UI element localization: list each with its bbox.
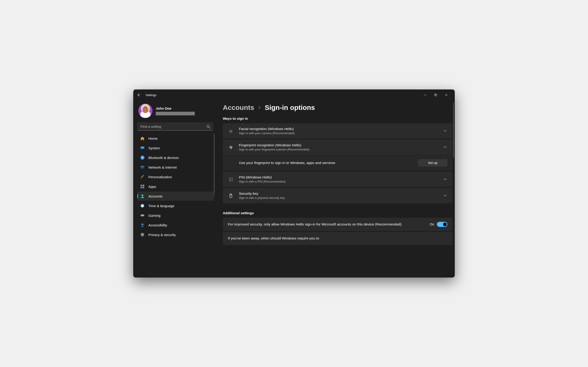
- close-button[interactable]: [441, 91, 451, 99]
- svg-point-23: [229, 179, 230, 179]
- avatar: [138, 104, 153, 118]
- signin-option-facial[interactable]: Facial recognition (Windows Hello) Sign …: [223, 123, 452, 139]
- nav-network[interactable]: Network & internet: [137, 163, 214, 172]
- search-box[interactable]: [137, 123, 213, 131]
- svg-point-6: [142, 168, 143, 169]
- nav-label: Accessibility: [148, 223, 167, 227]
- svg-point-22: [232, 177, 233, 178]
- svg-point-24: [231, 179, 231, 179]
- svg-point-11: [141, 194, 143, 196]
- chevron-down-icon: [443, 129, 447, 133]
- shield-icon: [140, 232, 145, 237]
- nav-label: Network & internet: [148, 165, 177, 169]
- user-profile[interactable]: John Doe: [137, 100, 214, 122]
- chevron-down-icon: [443, 177, 447, 181]
- bluetooth-icon: [140, 155, 145, 160]
- pin-keypad-icon: [228, 177, 234, 182]
- svg-rect-14: [141, 215, 144, 216]
- titlebar: Settings: [133, 90, 455, 100]
- svg-rect-10: [143, 187, 144, 188]
- svg-rect-9: [141, 187, 142, 188]
- main-content: Accounts Sign-in options Ways to sign in…: [216, 100, 455, 277]
- nav-personalization[interactable]: Personalization: [137, 172, 214, 181]
- home-icon: [140, 136, 145, 141]
- breadcrumb-parent[interactable]: Accounts: [223, 104, 254, 111]
- setting-away-require-signin: If you've been away, when should Windows…: [223, 232, 452, 245]
- sidebar: John Doe Home: [133, 100, 216, 277]
- svg-point-25: [232, 179, 233, 179]
- svg-point-28: [232, 180, 233, 181]
- user-name: John Doe: [156, 106, 195, 110]
- nav-label: System: [148, 146, 160, 150]
- svg-point-16: [143, 215, 143, 216]
- svg-point-27: [231, 180, 231, 181]
- wifi-icon: [140, 165, 145, 169]
- setting-text: For improved security, only allow Window…: [228, 222, 424, 227]
- search-input[interactable]: [140, 125, 205, 128]
- svg-rect-7: [141, 185, 142, 186]
- usb-key-icon: [228, 193, 234, 198]
- nav-accounts[interactable]: Accounts: [137, 192, 214, 201]
- clock-icon: [140, 203, 145, 208]
- svg-rect-8: [143, 185, 144, 186]
- gaming-icon: [140, 213, 145, 218]
- apps-icon: [140, 184, 145, 189]
- svg-point-17: [142, 223, 143, 224]
- nav-privacy[interactable]: Privacy & security: [137, 230, 214, 239]
- breadcrumb: Accounts Sign-in options: [223, 104, 452, 111]
- nav-label: Apps: [148, 185, 156, 189]
- chevron-up-icon: [443, 145, 447, 149]
- card-subtitle: Sign in with your fingerprint scanner (R…: [239, 148, 438, 151]
- svg-point-2: [207, 125, 209, 127]
- svg-point-19: [232, 130, 232, 131]
- maximize-button[interactable]: [431, 91, 441, 99]
- svg-rect-30: [230, 195, 232, 198]
- setting-text: If you've been away, when should Windows…: [228, 236, 447, 241]
- nav-system[interactable]: System: [137, 143, 214, 152]
- setup-button[interactable]: Set up: [418, 159, 447, 167]
- section-ways-title: Ways to sign in: [223, 117, 452, 120]
- minimize-button[interactable]: [420, 91, 431, 99]
- nav-label: Gaming: [148, 214, 161, 217]
- card-title: Facial recognition (Windows Hello): [239, 127, 438, 131]
- nav-label: Home: [148, 136, 157, 140]
- card-title: Fingerprint recognition (Windows Hello): [239, 143, 438, 147]
- nav-gaming[interactable]: Gaming: [137, 211, 214, 220]
- nav-accessibility[interactable]: Accessibility: [137, 220, 214, 230]
- fingerprint-body-text: Use your fingerprint to sign in to Windo…: [239, 161, 335, 165]
- section-additional-title: Additional settings: [223, 211, 452, 215]
- face-icon: [228, 128, 234, 133]
- back-button[interactable]: [137, 93, 141, 97]
- window-controls: [420, 91, 451, 99]
- signin-option-fingerprint-header[interactable]: Fingerprint recognition (Windows Hello) …: [223, 140, 452, 155]
- nav-label: Personalization: [148, 175, 172, 179]
- accounts-icon: [140, 194, 145, 198]
- nav-label: Bluetooth & devices: [148, 156, 179, 160]
- settings-window: Settings John Doe: [133, 90, 455, 277]
- accessibility-icon: [140, 223, 145, 227]
- hello-only-toggle[interactable]: [437, 222, 447, 227]
- card-subtitle: Sign in with a physical security key: [239, 196, 438, 200]
- nav-home[interactable]: Home: [137, 134, 214, 143]
- svg-point-21: [231, 177, 231, 178]
- fingerprint-icon: [228, 145, 234, 150]
- nav-label: Accounts: [148, 194, 163, 198]
- card-title: PIN (Windows Hello): [239, 175, 438, 179]
- nav-list: Home System Bluetooth & devices: [137, 134, 214, 239]
- user-email-redacted: [156, 112, 195, 115]
- svg-rect-1: [435, 94, 437, 96]
- svg-rect-29: [230, 194, 232, 195]
- nav-apps[interactable]: Apps: [137, 182, 214, 191]
- svg-point-15: [141, 215, 142, 216]
- nav-label: Privacy & security: [148, 233, 176, 237]
- app-title: Settings: [146, 93, 156, 97]
- signin-option-security-key[interactable]: Security key Sign in with a physical sec…: [223, 188, 452, 203]
- svg-point-20: [229, 177, 230, 178]
- signin-option-pin[interactable]: PIN (Windows Hello) Sign in with a PIN (…: [223, 172, 452, 187]
- nav-bluetooth[interactable]: Bluetooth & devices: [137, 153, 214, 162]
- setting-hello-only: For improved security, only allow Window…: [223, 218, 452, 231]
- nav-time-language[interactable]: Time & language: [137, 201, 214, 210]
- card-subtitle: Sign in with your camera (Recommended): [239, 131, 438, 135]
- main-scroll-indicator[interactable]: [453, 103, 454, 158]
- toggle-state-label: On: [430, 223, 434, 226]
